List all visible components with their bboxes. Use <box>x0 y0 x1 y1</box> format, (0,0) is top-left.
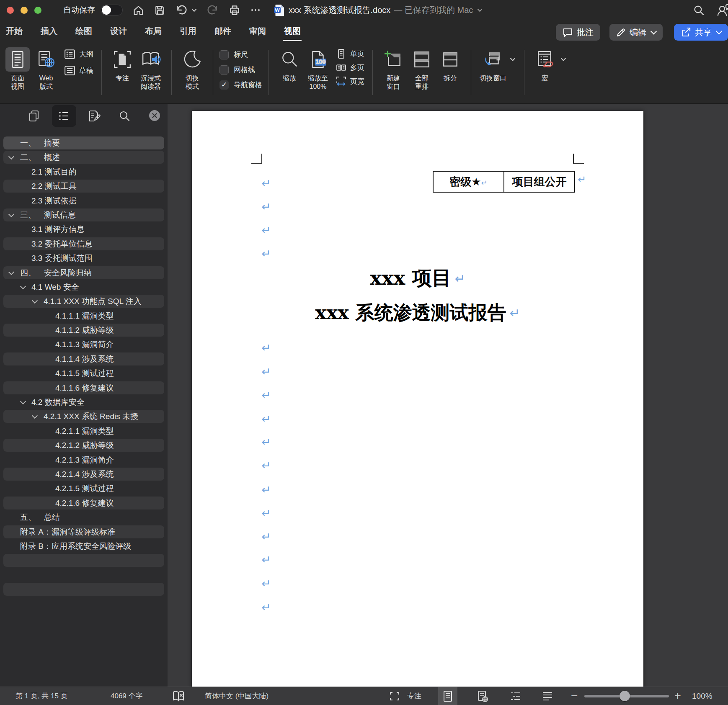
outline-item[interactable]: 4.1.1 XXX 功能点 SQL 注入 <box>3 295 164 308</box>
draft-view-button[interactable]: 草稿 <box>65 65 93 76</box>
zoom-in-button[interactable]: + <box>674 687 681 705</box>
focus-mode-label[interactable]: 专注 <box>407 687 421 705</box>
outline-item[interactable]: 4.2.1.2 威胁等级 <box>3 439 164 452</box>
proofing-status-icon[interactable] <box>173 691 184 703</box>
chevron-down-icon[interactable] <box>20 399 26 404</box>
close-pane-button[interactable] <box>148 109 161 124</box>
document-title[interactable]: W xxx 系统渗透测试报告.docx — 已保存到我的 Mac <box>274 4 483 16</box>
chevron-down-icon[interactable] <box>32 413 38 419</box>
edit-mode-button[interactable]: 编辑 <box>609 24 663 41</box>
outline-item[interactable]: 3.2 委托单位信息 <box>3 237 164 250</box>
chevron-down-icon[interactable] <box>8 211 14 217</box>
thumbnails-tab[interactable] <box>22 105 46 127</box>
language-indicator[interactable]: 简体中文 (中国大陆) <box>205 687 268 705</box>
undo-icon[interactable] <box>176 4 187 16</box>
split-button[interactable]: 拆分 <box>438 47 462 82</box>
arrange-all-button[interactable]: 全部 重排 <box>410 47 434 91</box>
outline-item[interactable]: 4.1.1.3 漏洞简介 <box>3 338 164 351</box>
status-page-view-button[interactable] <box>438 687 457 705</box>
zoom-button[interactable]: 缩放 <box>277 47 302 82</box>
chevron-down-icon[interactable] <box>8 154 14 160</box>
outline-item[interactable]: 4.1.1.1 漏洞类型 <box>3 309 164 322</box>
outline-item[interactable]: 4.2.1.1 漏洞类型 <box>3 425 164 437</box>
switch-mode-button[interactable]: 切换 模式 <box>180 47 204 91</box>
immersive-reader-button[interactable]: 沉浸式 阅读器 <box>139 47 163 91</box>
ribbon-tab[interactable]: 设计 <box>110 23 127 41</box>
save-icon[interactable] <box>154 5 165 16</box>
ruler-checkbox[interactable]: 标尺 <box>219 50 262 59</box>
status-outline-view-button[interactable] <box>506 687 525 705</box>
zoom-percentage[interactable]: 100% <box>692 687 713 705</box>
outline-item[interactable]: 四、 安全风险归纳 <box>3 266 164 279</box>
zoom-100-button[interactable]: 100 缩放至 100% <box>306 47 330 91</box>
status-web-layout-button[interactable] <box>473 687 493 705</box>
close-window-button[interactable] <box>7 7 14 14</box>
outline-view-button[interactable]: 大纲 <box>65 49 93 59</box>
chevron-down-icon[interactable] <box>32 298 38 304</box>
new-window-button[interactable]: 新建 窗口 <box>381 47 405 91</box>
outline-item[interactable]: 4.1.1.4 涉及系统 <box>3 352 164 365</box>
ribbon-tab[interactable]: 邮件 <box>214 23 231 41</box>
outline-item[interactable]: 附录 B：应用系统安全风险评级 <box>3 540 164 553</box>
outline-item[interactable]: 4.2.1.4 涉及系统 <box>3 468 164 481</box>
outline-item[interactable]: 2.3 测试依据 <box>3 194 164 207</box>
web-layout-button[interactable]: Web 版式 <box>34 47 58 91</box>
focus-button[interactable]: 专注 <box>110 47 134 82</box>
title-menu-chevron-icon[interactable] <box>477 8 483 12</box>
outline-item[interactable]: 3.3 委托测试范围 <box>3 252 164 265</box>
outline-item[interactable]: 4.1.1.5 测试过程 <box>3 367 164 380</box>
ribbon-tab[interactable]: 开始 <box>6 23 23 41</box>
ribbon-tab[interactable]: 绘图 <box>75 23 92 41</box>
share-button[interactable]: 共享 <box>674 24 728 41</box>
search-icon[interactable] <box>693 5 705 16</box>
switch-windows-button[interactable]: 切换窗口 <box>480 47 516 82</box>
outline-item[interactable]: 4.2.1.5 测试过程 <box>3 482 164 495</box>
outline-item[interactable]: 4.2.1.3 漏洞简介 <box>3 453 164 466</box>
zoom-slider[interactable] <box>584 695 669 697</box>
outline-item[interactable]: 一、 摘要 <box>3 136 164 149</box>
outline-item[interactable]: 3.1 测评方信息 <box>3 223 164 236</box>
word-count-indicator[interactable]: 4069 个字 <box>111 687 143 705</box>
outline-item[interactable]: 4.2.1 XXX 系统 Redis 未授 <box>3 410 164 423</box>
ribbon-tab[interactable]: 引用 <box>180 23 196 41</box>
redo-icon[interactable] <box>207 4 219 16</box>
print-icon[interactable] <box>229 4 240 16</box>
undo-menu-chevron-icon[interactable] <box>191 8 197 12</box>
fullscreen-window-button[interactable] <box>34 7 41 14</box>
review-pane-tab[interactable] <box>82 105 106 127</box>
document-map-tab[interactable] <box>52 105 76 127</box>
outline-item[interactable]: 三、 测试信息 <box>3 208 164 221</box>
outline-item[interactable]: 2.2 测试工具 <box>3 180 164 193</box>
ribbon-tab[interactable]: 布局 <box>145 23 162 41</box>
outline-item[interactable]: 2.1 测试目的 <box>3 165 164 178</box>
navigation-pane-checkbox[interactable]: ✓ 导航窗格 <box>219 80 262 90</box>
document-canvas[interactable]: 密级★↵ 项目组公开 ↵ xxx 项目↵ xxx 系统渗透测试报告↵ ↵↵↵↵↵… <box>168 104 728 687</box>
outline-item[interactable]: 五、 总结 <box>3 511 164 524</box>
macros-button[interactable]: 宏 <box>533 47 566 82</box>
minimize-window-button[interactable] <box>21 7 28 14</box>
ribbon-tab[interactable]: 审阅 <box>249 23 266 41</box>
outline-item[interactable]: 4.2.1.6 修复建议 <box>3 497 164 509</box>
multiple-pages-button[interactable]: 多页 <box>336 63 364 72</box>
comments-button[interactable]: 批注 <box>556 24 600 41</box>
outline-item[interactable]: 4.2 数据库安全 <box>3 396 164 409</box>
page-view-button[interactable]: 页面 视图 <box>5 47 30 91</box>
status-draft-view-button[interactable] <box>538 687 557 705</box>
ribbon-tab[interactable]: 视图 <box>284 23 301 41</box>
focus-mode-icon[interactable] <box>390 692 400 702</box>
outline-item[interactable]: 4.1.1.2 威胁等级 <box>3 324 164 337</box>
chevron-down-icon[interactable] <box>8 269 14 275</box>
outline-item[interactable]: 4.1.1.6 修复建议 <box>3 381 164 394</box>
autosave-toggle[interactable] <box>101 5 123 15</box>
page-width-button[interactable]: 页宽 <box>336 77 364 86</box>
more-commands-icon[interactable] <box>250 5 261 15</box>
document-page[interactable]: 密级★↵ 项目组公开 ↵ xxx 项目↵ xxx 系统渗透测试报告↵ ↵↵↵↵↵… <box>192 111 643 687</box>
outline-item[interactable]: 二、 概述 <box>3 151 164 164</box>
find-tab[interactable] <box>112 105 137 127</box>
ribbon-tab[interactable]: 插入 <box>41 23 57 41</box>
zoom-out-button[interactable]: − <box>571 687 578 705</box>
zoom-slider-thumb[interactable] <box>620 691 630 701</box>
one-page-button[interactable]: 单页 <box>336 49 364 59</box>
page-number-indicator[interactable]: 第 1 页, 共 15 页 <box>15 687 68 705</box>
gridlines-checkbox[interactable]: 网格线 <box>219 65 262 75</box>
